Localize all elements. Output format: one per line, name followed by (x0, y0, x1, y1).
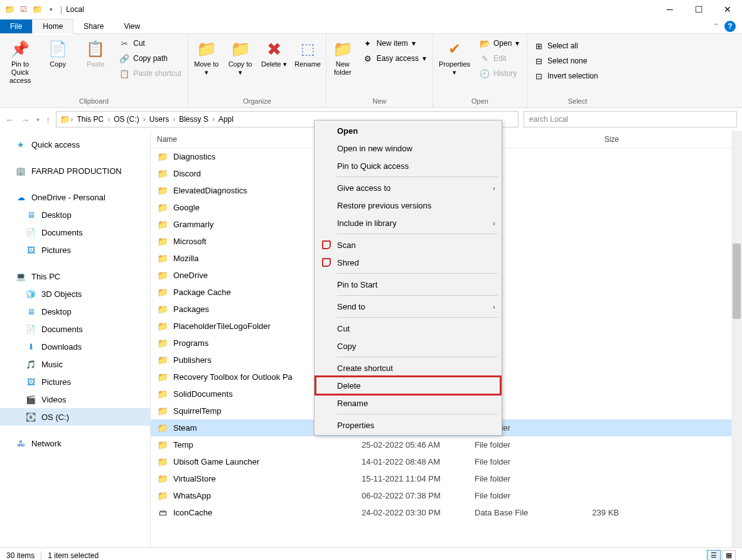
file-type: File folder (468, 474, 562, 483)
ctx-open-new-window[interactable]: Open in new window (316, 139, 500, 157)
ctx-create-shortcut[interactable]: Create shortcut (316, 359, 500, 377)
file-name: Microsoft (173, 237, 207, 246)
col-header-size[interactable]: Size (562, 135, 625, 144)
nav-od-desktop[interactable]: 🖥Desktop (0, 206, 150, 223)
file-row[interactable]: 📁VirtualStore15-11-2021 11:04 PMFile fol… (151, 470, 742, 487)
properties-button[interactable]: ✔Properties ▾ (436, 36, 473, 79)
ctx-delete[interactable]: Delete (316, 377, 500, 394)
pictures-icon: 🖼 (25, 376, 36, 387)
crumb-users[interactable]: Users (147, 114, 171, 125)
select-all-button[interactable]: ⊞Select all (530, 39, 602, 53)
paste-button[interactable]: 📋 Paste (78, 36, 113, 71)
ctx-cut[interactable]: Cut (316, 320, 500, 337)
minimize-button[interactable]: ─ (655, 0, 684, 19)
edit-button[interactable]: ✎Edit (476, 51, 523, 65)
view-large-icons-button[interactable]: ▦ (722, 550, 736, 561)
forward-button[interactable]: → (21, 114, 30, 125)
nav-os-c[interactable]: 💽OS (C:) (0, 408, 150, 426)
pin-quick-access-button[interactable]: 📌 Pin to Quick access (3, 36, 38, 87)
nav-od-documents[interactable]: 📄Documents (0, 223, 150, 241)
star-icon: ★ (15, 139, 26, 150)
invert-selection-button[interactable]: ⊡Invert selection (530, 69, 602, 83)
nav-this-pc[interactable]: 💻This PC (0, 267, 150, 285)
ctx-give-access[interactable]: Give access to› (316, 179, 500, 197)
search-input[interactable]: earch Local (524, 111, 737, 127)
crumb-user[interactable]: Blessy S (176, 114, 211, 125)
back-button[interactable]: ← (5, 114, 14, 125)
open-button[interactable]: 📂Open ▾ (476, 36, 523, 50)
crumb-thispc[interactable]: This PC (75, 114, 107, 125)
file-name: Ubisoft Game Launcher (173, 457, 259, 466)
maximize-button[interactable]: ☐ (684, 0, 713, 19)
history-button[interactable]: 🕘History (476, 67, 523, 80)
copy-button[interactable]: 📄 Copy (40, 36, 75, 71)
ctx-pin-quick[interactable]: Pin to Quick access (316, 157, 500, 175)
ctx-rename[interactable]: Rename (316, 394, 500, 412)
folder-icon: 📁 (157, 219, 168, 230)
crumb-osc[interactable]: OS (C:) (111, 114, 142, 125)
nav-pictures[interactable]: 🖼Pictures (0, 373, 150, 390)
copy-path-button[interactable]: 🔗Copy path (116, 51, 185, 65)
new-folder-button[interactable]: 📁New folder (329, 36, 357, 79)
help-icon[interactable]: ? (724, 21, 736, 32)
navigation-pane: ★Quick access 🏢FARRAD PRODUCTION ☁OneDri… (0, 131, 151, 547)
nav-network[interactable]: 🖧Network (0, 434, 150, 452)
file-row[interactable]: 📁Ubisoft Game Launcher14-01-2022 08:48 A… (151, 453, 742, 470)
copy-to-button[interactable]: 📁Copy to ▾ (225, 36, 256, 79)
file-type: File folder (468, 457, 562, 466)
ctx-open[interactable]: Open (316, 122, 500, 139)
file-date: 15-11-2021 11:04 PM (355, 474, 468, 483)
nav-downloads[interactable]: ⬇Downloads (0, 338, 150, 355)
select-none-button[interactable]: ⊟Select none (530, 54, 602, 68)
paste-shortcut-button[interactable]: 📋Paste shortcut (116, 67, 185, 80)
nav-od-pictures[interactable]: 🖼Pictures (0, 241, 150, 259)
nav-music[interactable]: 🎵Music (0, 355, 150, 373)
ctx-send-to[interactable]: Send to› (316, 298, 500, 315)
tab-share[interactable]: Share (73, 19, 114, 33)
file-date: 25-02-2022 05:46 AM (355, 440, 468, 450)
ctx-restore[interactable]: Restore previous versions (316, 197, 500, 214)
nav-onedrive[interactable]: ☁OneDrive - Personal (0, 188, 150, 206)
ctx-shred[interactable]: Shred (316, 254, 500, 271)
qat-newfolder-icon[interactable]: 📁 (31, 4, 43, 15)
file-name: WhatsApp (173, 491, 211, 500)
copy-to-icon: 📁 (230, 39, 250, 59)
new-item-button[interactable]: ✦New item ▾ (359, 36, 430, 50)
ctx-include-library[interactable]: Include in library› (316, 214, 500, 232)
ctx-scan[interactable]: Scan (316, 236, 500, 254)
nav-desktop[interactable]: 🖥Desktop (0, 303, 150, 320)
paste-icon: 📋 (85, 39, 105, 59)
file-row[interactable]: 📁Temp25-02-2022 05:46 AMFile folder (151, 436, 742, 453)
close-button[interactable]: ✕ (713, 0, 742, 19)
cut-button[interactable]: ✂Cut (116, 36, 185, 50)
vertical-scrollbar[interactable] (731, 131, 742, 547)
ribbon-collapse-icon[interactable]: ⌃ (713, 22, 719, 31)
ctx-copy[interactable]: Copy (316, 337, 500, 355)
delete-button[interactable]: ✖Delete ▾ (259, 36, 290, 71)
up-button[interactable]: ↑ (46, 114, 51, 125)
rename-button[interactable]: ⬚Rename (292, 36, 323, 71)
tab-file[interactable]: File (0, 19, 32, 33)
file-row[interactable]: 🗃IconCache24-02-2022 03:30 PMData Base F… (151, 504, 742, 521)
recent-dropdown[interactable]: ▾ (36, 116, 40, 123)
nav-videos[interactable]: 🎬Videos (0, 390, 150, 408)
ctx-properties[interactable]: Properties (316, 416, 500, 434)
qat-customize-icon[interactable]: ▾ (45, 4, 56, 15)
nav-documents[interactable]: 📄Documents (0, 320, 150, 338)
file-date: 06-02-2022 07:38 PM (355, 491, 468, 500)
easy-access-button[interactable]: ⚙Easy access ▾ (359, 51, 430, 65)
file-row[interactable]: 📁WhatsApp06-02-2022 07:38 PMFile folder (151, 487, 742, 504)
nav-3d-objects[interactable]: 🧊3D Objects (0, 285, 150, 303)
tab-view[interactable]: View (114, 19, 150, 33)
view-details-button[interactable]: ☰ (707, 550, 721, 561)
nav-farrad[interactable]: 🏢FARRAD PRODUCTION (0, 162, 150, 180)
address-folder-icon: 📁 (60, 115, 70, 124)
move-to-button[interactable]: 📁Move to ▾ (191, 36, 222, 79)
crumb-appl[interactable]: Appl (216, 114, 236, 125)
nav-quick-access[interactable]: ★Quick access (0, 136, 150, 153)
file-name: Steam (173, 423, 197, 433)
qat-properties-icon[interactable]: ☑ (18, 4, 29, 15)
scrollbar-thumb[interactable] (733, 244, 741, 319)
tab-home[interactable]: Home (32, 19, 73, 35)
ctx-pin-start[interactable]: Pin to Start (316, 276, 500, 293)
